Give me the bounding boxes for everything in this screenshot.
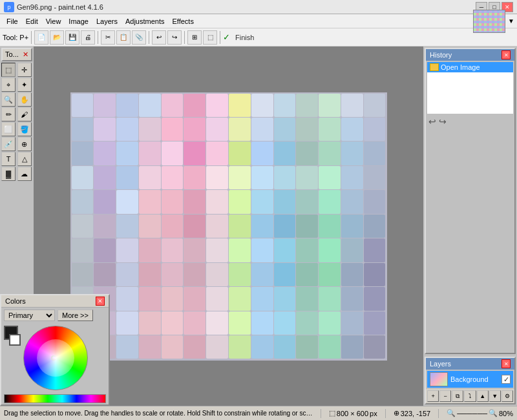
primary-dropdown[interactable]: Primary Secondary	[4, 310, 55, 321]
history-header: History ✕	[426, 49, 514, 61]
more-button[interactable]: More >>	[58, 310, 93, 321]
canvas-image	[70, 92, 387, 361]
history-content: Open Image	[427, 62, 513, 114]
color-wheel[interactable]	[23, 326, 88, 390]
tool-panel-close[interactable]: ✕	[23, 50, 28, 59]
history-close-button[interactable]: ✕	[501, 50, 511, 59]
status-dimensions: ⬚ 800 × 600 px	[329, 409, 377, 417]
history-item-label: Open Image	[441, 63, 480, 71]
sep3	[149, 31, 149, 44]
tool-magic-wand[interactable]: ✦	[17, 78, 32, 92]
history-item-icon	[430, 63, 439, 71]
menubar: File Edit View Image Layers Adjustments …	[0, 14, 517, 28]
color-swatches	[4, 326, 21, 346]
redo-button[interactable]: ↪	[167, 30, 182, 45]
history-panel: History ✕ Open Image ↩ ↪	[425, 48, 516, 354]
layers-content: Background ✓	[427, 371, 513, 388]
undo-history-button[interactable]: ↩	[428, 116, 436, 127]
tool-brush[interactable]: 🖌	[17, 107, 32, 121]
tool-panel-header: To... ✕	[1, 48, 32, 61]
menu-image[interactable]: Image	[65, 16, 92, 26]
new-button[interactable]: 📄	[34, 30, 48, 45]
status-message: Drag the selection to move. Drag the han…	[4, 410, 313, 417]
dropdown-arrow-icon[interactable]: ▼	[508, 17, 514, 25]
zoom-in-button[interactable]: 🔍	[489, 409, 498, 417]
save-button[interactable]: 💾	[65, 30, 79, 45]
tool-pencil[interactable]: ✏	[1, 107, 16, 121]
tool-gradient[interactable]: ▓	[1, 167, 16, 181]
layer-visibility-checkbox[interactable]: ✓	[501, 375, 511, 384]
menu-file[interactable]: File	[3, 16, 22, 26]
titlebar-left: p Gen96.png - paint.net 4.1.6	[4, 2, 103, 12]
grid-button[interactable]: ⊞	[187, 30, 202, 45]
toolbar: Tool: P+ 📄 📂 💾 🖨 ✂ 📋 📎 ↩ ↪ ⊞ ⬚ ✓ Finish	[0, 28, 517, 47]
tool-eyedropper[interactable]: 💉	[1, 137, 16, 151]
layer-delete-button[interactable]: −	[439, 390, 451, 402]
history-title: History	[430, 51, 452, 59]
tool-lasso[interactable]: ⌖	[1, 78, 16, 92]
layer-up-button[interactable]: ▲	[477, 390, 489, 402]
menu-adjustments[interactable]: Adjustments	[121, 16, 169, 26]
menu-edit[interactable]: Edit	[22, 16, 42, 26]
layer-add-button[interactable]: +	[427, 390, 439, 402]
colors-close-button[interactable]: ✕	[96, 297, 105, 306]
status-coordinates: ⊕ 323, -157	[394, 409, 430, 417]
thumbnail-preview	[473, 10, 505, 33]
menu-effects[interactable]: Effects	[169, 16, 198, 26]
zoom-slider[interactable]: ──────	[457, 410, 487, 417]
tool-text[interactable]: T	[1, 152, 16, 166]
layer-item[interactable]: Background ✓	[427, 371, 513, 388]
layers-close-button[interactable]: ✕	[501, 359, 511, 368]
tool-zoom[interactable]: 🔍	[1, 92, 16, 107]
titlebar-title: Gen96.png - paint.net 4.1.6	[17, 3, 103, 11]
tool-rectangle-select[interactable]: ⬚	[1, 63, 16, 77]
dimensions-icon: ⬚	[329, 409, 335, 417]
finish-button[interactable]: Finish	[231, 32, 258, 43]
tool-eraser[interactable]: ⬜	[1, 122, 16, 136]
sep5	[220, 31, 220, 44]
tool-clone[interactable]: ⊕	[17, 137, 32, 151]
color-wheel-cursor	[51, 355, 56, 361]
copy-button[interactable]: 📋	[116, 30, 131, 45]
open-button[interactable]: 📂	[50, 30, 64, 45]
select-button[interactable]: ⬚	[203, 30, 217, 45]
sep2	[98, 31, 98, 44]
menu-layers[interactable]: Layers	[92, 16, 121, 26]
tool-smudge[interactable]: ☁	[17, 167, 32, 181]
layer-merge-button[interactable]: ⤵	[464, 390, 476, 402]
tool-move[interactable]: ✛	[17, 63, 32, 77]
redo-history-button[interactable]: ↪	[439, 116, 447, 127]
history-item[interactable]: Open Image	[427, 62, 513, 72]
print-button[interactable]: 🖨	[81, 30, 95, 45]
zoom-value: 80%	[499, 410, 513, 417]
secondary-color-swatch[interactable]	[9, 334, 21, 346]
undo-button[interactable]: ↩	[152, 30, 166, 45]
dimensions-unit: px	[370, 410, 377, 417]
menu-view[interactable]: View	[42, 16, 65, 26]
zoom-out-button[interactable]: 🔍	[447, 409, 456, 417]
status-separator-2	[385, 409, 386, 418]
coord-icon: ⊕	[394, 409, 399, 417]
layers-title: Layers	[430, 360, 451, 368]
status-separator-3	[438, 409, 439, 418]
tool-fill[interactable]: 🪣	[17, 122, 32, 136]
colors-title: Colors	[5, 297, 26, 305]
statusbar: Drag the selection to move. Drag the han…	[0, 406, 517, 420]
tool-shapes[interactable]: △	[17, 152, 32, 166]
layer-duplicate-button[interactable]: ⧉	[452, 390, 463, 402]
tool-pan[interactable]: ✋	[17, 92, 32, 107]
layers-panel: Layers ✕ Background ✓ + − ⧉ ⤵ ▲ ▼ ⚙	[425, 357, 516, 404]
toolbar-separator	[31, 31, 32, 44]
status-zoom: 🔍 ────── 🔍 80%	[447, 409, 513, 417]
titlebar: p Gen96.png - paint.net 4.1.6 ─ □ ✕	[0, 0, 517, 14]
layer-name: Background	[450, 375, 489, 383]
tool-grid: ⬚ ✛ ⌖ ✦ 🔍 ✋ ✏ 🖌 ⬜ 🪣 💉 ⊕ T △ ▓ ☁	[1, 63, 32, 181]
color-strip[interactable]	[4, 394, 106, 403]
dimensions-value: 800 × 600	[337, 410, 368, 417]
coordinates-value: 323, -157	[401, 410, 430, 417]
cut-button[interactable]: ✂	[101, 30, 115, 45]
paste-button[interactable]: 📎	[132, 30, 146, 45]
layer-down-button[interactable]: ▼	[489, 390, 501, 402]
layer-properties-button[interactable]: ⚙	[501, 390, 513, 402]
right-panels: History ✕ Open Image ↩ ↪ Layers ✕	[423, 47, 517, 406]
